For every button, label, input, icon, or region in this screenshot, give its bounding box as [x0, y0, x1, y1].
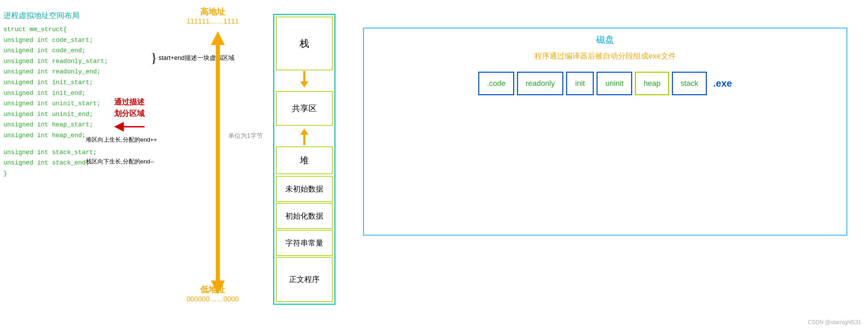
memory-heap-label: 堆	[300, 154, 309, 167]
high-address-section: 高地址 111111……1111	[176, 6, 249, 25]
code-field-6: unsigned int uninit_start;	[3, 98, 169, 109]
exe-label: .exe	[713, 78, 732, 89]
disk-seg-readonly: readonly	[517, 72, 563, 95]
memory-init-label: 初始化数据	[285, 211, 323, 221]
code-field-8: unsigned int heap_start;	[3, 119, 169, 130]
curly-brace-icon: }	[151, 51, 157, 64]
disk-subtitle: 程序通过编译器后被自动分段组成exe文件	[364, 47, 847, 65]
disk-seg-uninit: uninit	[597, 72, 632, 95]
memory-shared-segment: 共享区	[276, 91, 333, 126]
address-arrow	[211, 31, 225, 294]
code-field-10: unsigned int stack_start;	[3, 147, 169, 158]
down-arrow-head-icon	[300, 81, 308, 88]
red-arrow-line	[124, 126, 145, 127]
memory-stack-label: 栈	[299, 37, 309, 50]
code-field-0: unsigned int code_start;	[3, 35, 169, 46]
struct-name: struct mm_struct{	[3, 24, 169, 35]
code-section: 进程虚拟地址空间布局 struct mm_struct{ unsigned in…	[3, 10, 169, 179]
memory-shared-label: 共享区	[292, 103, 317, 114]
disk-section: 磁盘 程序通过编译器后被自动分段组成exe文件 .code readonly i…	[363, 28, 847, 235]
high-addr-value: 111111……1111	[176, 17, 249, 25]
disk-seg-code: .code	[478, 72, 514, 95]
memory-code-segment: 正文程序	[276, 257, 333, 302]
arrow-shaft	[216, 45, 220, 281]
code-field-4: unsigned int init_start;	[3, 77, 169, 88]
through-desc-section: 通过描述 划分区域	[114, 96, 145, 132]
up-arrow-head-icon	[300, 128, 308, 135]
memory-uninit-label: 未初始数据	[285, 184, 323, 194]
up-arrow-shaft	[303, 135, 305, 145]
disk-segments-row: .code readonly init uninit heap stack .e…	[364, 65, 847, 102]
page-title: 进程虚拟地址空间布局	[3, 10, 169, 21]
annotation-heap: 堆区向上生长,分配的end++	[86, 136, 157, 144]
stack-down-arrow	[300, 71, 308, 88]
code-block: struct mm_struct{ unsigned int code_star…	[3, 24, 169, 179]
memory-init-segment: 初始化数据	[276, 203, 333, 229]
through-desc-text: 通过描述 划分区域	[114, 96, 145, 119]
code-brace-close: }	[3, 168, 169, 179]
code-field-2: unsigned int readonly_start;	[3, 56, 169, 67]
code-field-5: unsigned int init_end;	[3, 88, 169, 99]
memory-heap-segment: 堆	[276, 146, 333, 174]
disk-seg-init: init	[566, 72, 594, 95]
code-field-1: unsigned int code_end;	[3, 45, 169, 56]
memory-code-label: 正文程序	[289, 274, 320, 285]
memory-string-label: 字符串常量	[285, 238, 323, 248]
code-field-7: unsigned int uninit_end;	[3, 109, 169, 120]
memory-layout-box: 栈 共享区 堆 未初始数据 初始化数据 字符串常量 正文程序	[273, 14, 335, 305]
watermark: CSDN @starnight531	[808, 319, 861, 326]
code-field-3: unsigned int readonly_end;	[3, 66, 169, 77]
annotation-stack: 栈区向下生长,分配的end--	[86, 158, 154, 166]
high-addr-label: 高地址	[176, 6, 249, 17]
arrow-head-top-icon	[211, 31, 225, 45]
unit-label: 单位为1字节	[228, 132, 263, 140]
red-left-arrow-icon	[114, 122, 124, 132]
through-desc-arrow	[114, 122, 145, 132]
disk-seg-heap: heap	[635, 72, 669, 95]
low-addr-value: 000000……0000	[176, 295, 249, 303]
arrow-head-bottom-icon	[211, 281, 225, 294]
disk-seg-stack: stack	[672, 72, 707, 95]
down-arrow-shaft	[303, 71, 305, 81]
memory-uninit-segment: 未初始数据	[276, 176, 333, 202]
memory-stack-segment: 栈	[276, 17, 333, 70]
disk-title: 磁盘	[364, 28, 847, 47]
heap-up-arrow	[300, 128, 308, 145]
memory-string-segment: 字符串常量	[276, 230, 333, 256]
